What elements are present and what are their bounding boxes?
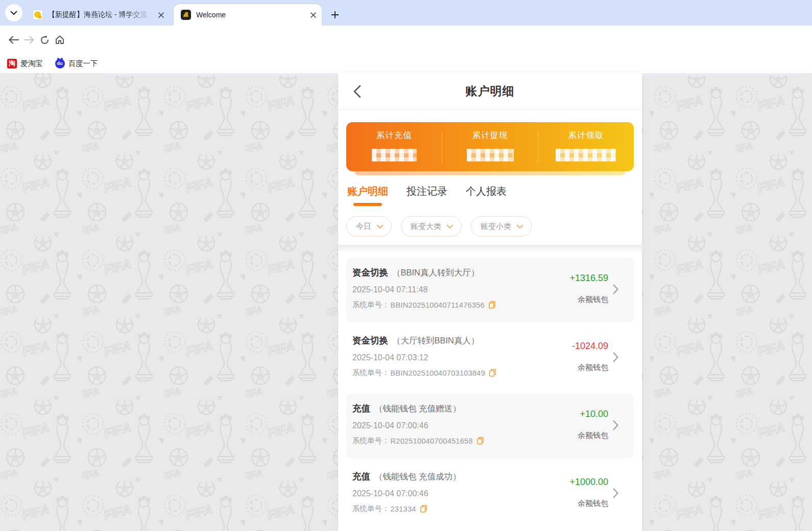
tab-bet-records[interactable]: 投注记录 bbox=[407, 184, 447, 206]
summary-label: 累计提现 bbox=[442, 130, 538, 141]
transaction-datetime: 2025-10-04 07:00:46 bbox=[352, 421, 565, 430]
back-button[interactable] bbox=[7, 33, 21, 47]
transaction-amount: +1000.00 bbox=[569, 477, 608, 487]
copy-icon[interactable] bbox=[477, 437, 484, 445]
new-tab-button[interactable] bbox=[327, 7, 343, 23]
summary-total-claimed: 累计领取 bbox=[538, 130, 634, 171]
transaction-note: （BBIN真人转到大厅） bbox=[392, 267, 480, 279]
transaction-type: 资金切换 bbox=[352, 266, 388, 279]
forward-arrow-icon bbox=[24, 36, 34, 44]
order-number: R202510040700451658 bbox=[391, 437, 473, 445]
forum-favicon-icon bbox=[33, 10, 43, 20]
order-label: 系统单号： bbox=[352, 504, 390, 514]
back-arrow-icon bbox=[9, 36, 19, 44]
summary-label: 累计充值 bbox=[346, 130, 442, 141]
bookmark-label: 百度一下 bbox=[68, 59, 98, 68]
copy-icon[interactable] bbox=[489, 369, 496, 377]
order-label: 系统单号： bbox=[352, 436, 390, 446]
browser-tab-welcome[interactable]: Welcome bbox=[174, 4, 322, 26]
home-icon bbox=[55, 35, 65, 45]
tab-title: Welcome bbox=[196, 11, 308, 19]
filter-major-category-dropdown[interactable]: 账变大类 bbox=[401, 216, 462, 237]
chevron-down-icon bbox=[516, 224, 523, 229]
tab-personal-report[interactable]: 个人报表 bbox=[466, 184, 507, 206]
bookmarks-bar: 淘 爱淘宝 du 百度一下 bbox=[0, 54, 812, 73]
copy-icon[interactable] bbox=[489, 301, 495, 309]
masked-value bbox=[556, 149, 616, 161]
transaction-datetime: 2025-10-04 07:03:12 bbox=[352, 353, 565, 362]
transaction-datetime: 2025-10-04 07:11:48 bbox=[352, 285, 565, 294]
chevron-down-icon bbox=[376, 224, 384, 229]
home-button[interactable] bbox=[53, 33, 67, 47]
summary-divider bbox=[538, 131, 538, 163]
chevron-right-icon[interactable] bbox=[613, 284, 618, 296]
chevron-down-icon bbox=[10, 11, 17, 15]
masked-value bbox=[467, 149, 514, 161]
order-number: BBIN202510040703103849 bbox=[391, 369, 486, 377]
tab-account-detail[interactable]: 账户明细 bbox=[347, 184, 388, 206]
order-label: 系统单号： bbox=[352, 300, 390, 310]
transaction-type: 充值 bbox=[352, 470, 370, 482]
transaction-note: （大厅转到BBIN真人） bbox=[392, 335, 480, 347]
chevron-right-icon[interactable] bbox=[613, 488, 618, 500]
transaction-note: （钱能钱包 充值赠送） bbox=[374, 403, 461, 414]
welcome-favicon-icon bbox=[181, 10, 191, 20]
order-number: BBIN202510040711476356 bbox=[391, 301, 485, 309]
transaction-row[interactable]: 资金切换 （BBIN真人转到大厅） 2025-10-04 07:11:48 系统… bbox=[346, 258, 634, 322]
browser-tab-forum[interactable]: 【新提醒】海燕论坛 - 博学交流 bbox=[27, 4, 170, 26]
transaction-type: 充值 bbox=[352, 402, 370, 414]
transaction-row[interactable]: 资金切换 （大厅转到BBIN真人） 2025-10-04 07:03:12 系统… bbox=[338, 326, 642, 390]
section-tabs: 账户明细 投注记录 个人报表 bbox=[338, 184, 642, 206]
back-chevron-button[interactable] bbox=[349, 84, 365, 99]
chevron-left-icon bbox=[353, 85, 361, 98]
summary-divider bbox=[442, 131, 442, 163]
summary-total-withdraw: 累计提现 bbox=[442, 130, 538, 171]
chevron-down-icon bbox=[446, 224, 453, 229]
forward-button[interactable] bbox=[22, 33, 36, 47]
baidu-icon: du bbox=[55, 59, 65, 68]
order-label: 系统单号： bbox=[352, 368, 390, 378]
transaction-datetime: 2025-10-04 07:00:46 bbox=[352, 489, 565, 498]
reload-icon bbox=[40, 35, 50, 45]
filter-minor-category-dropdown[interactable]: 账变小类 bbox=[471, 216, 532, 237]
transaction-note: （钱能钱包 充值成功） bbox=[374, 471, 461, 482]
transaction-row[interactable]: 充值 （钱能钱包 充值赠送） 2025-10-04 07:00:46 系统单号：… bbox=[346, 394, 634, 458]
order-number: 231334 bbox=[391, 505, 416, 513]
wallet-name: 余额钱包 bbox=[578, 431, 608, 441]
tab-search-button[interactable] bbox=[5, 4, 22, 21]
bookmark-label: 爱淘宝 bbox=[20, 59, 43, 68]
filter-date-dropdown[interactable]: 今日 bbox=[346, 216, 392, 237]
transaction-amount: +1316.59 bbox=[569, 273, 608, 283]
tab-title: 【新提醒】海燕论坛 - 博学交流 bbox=[48, 10, 156, 19]
summary-label: 累计领取 bbox=[538, 130, 634, 141]
page-header: 账户明细 bbox=[338, 73, 642, 110]
wallet-name: 余额钱包 bbox=[569, 499, 608, 509]
transaction-type: 资金切换 bbox=[352, 334, 388, 347]
taobao-icon: 淘 bbox=[7, 59, 17, 68]
reload-button[interactable] bbox=[37, 33, 52, 47]
summary-card-shadow-strip bbox=[354, 171, 626, 175]
chevron-right-icon[interactable] bbox=[613, 352, 618, 364]
transaction-amount: -1024.09 bbox=[572, 341, 608, 351]
close-tab-icon[interactable] bbox=[156, 10, 165, 19]
wallet-name: 余额钱包 bbox=[572, 363, 608, 373]
close-tab-icon[interactable] bbox=[308, 10, 318, 19]
section-divider bbox=[338, 245, 642, 251]
wallet-name: 余额钱包 bbox=[569, 295, 608, 305]
bookmark-aitaobao[interactable]: 淘 爱淘宝 bbox=[7, 59, 43, 68]
transaction-list: 资金切换 （BBIN真人转到大厅） 2025-10-04 07:11:48 系统… bbox=[338, 251, 642, 526]
filter-row: 今日 账变大类 账变小类 bbox=[338, 216, 642, 237]
transaction-row[interactable]: 充值 （钱能钱包 充值成功） 2025-10-04 07:00:46 系统单号：… bbox=[338, 461, 642, 526]
account-detail-page: 账户明细 累计充值 累计提现 累计领取 账户明细 投注记录 个人报表 bbox=[338, 73, 642, 531]
browser-tab-strip: 【新提醒】海燕论坛 - 博学交流 Welcome bbox=[0, 0, 812, 26]
bookmark-baidu[interactable]: du 百度一下 bbox=[55, 59, 98, 68]
summary-card: 累计充值 累计提现 累计领取 bbox=[346, 122, 634, 171]
transaction-amount: +10.00 bbox=[580, 409, 608, 419]
chevron-right-icon[interactable] bbox=[613, 420, 618, 432]
page-title: 账户明细 bbox=[466, 83, 515, 99]
summary-total-deposit: 累计充值 bbox=[346, 130, 442, 171]
masked-value bbox=[372, 149, 417, 161]
active-tab-underline bbox=[353, 203, 382, 206]
plus-icon bbox=[331, 11, 339, 18]
copy-icon[interactable] bbox=[420, 505, 427, 513]
